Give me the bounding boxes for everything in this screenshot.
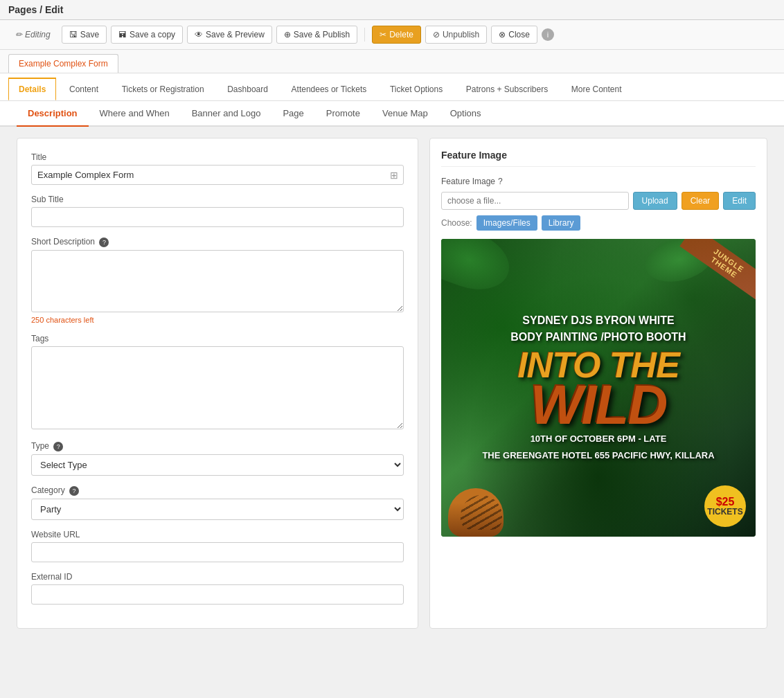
tab-more-content[interactable]: More Content — [561, 78, 632, 100]
tab-details[interactable]: Details — [8, 78, 56, 100]
jungle-title-wild: WILD — [482, 382, 714, 429]
subtitle-input[interactable] — [31, 207, 404, 227]
external-id-label: External ID — [31, 572, 404, 582]
choose-label: Choose: — [441, 218, 472, 228]
tab-patrons[interactable]: Patrons + Subscribers — [456, 78, 558, 100]
edit-button[interactable]: Edit — [723, 192, 756, 210]
upload-button[interactable]: Upload — [633, 192, 677, 210]
breadcrumb-edit: Edit — [45, 4, 63, 15]
jungle-djs-line2: BODY PAINTING /PHOTO BOOTH — [482, 330, 714, 345]
jungle-date-line2: THE GREENGATE HOTEL 655 PACIFIC HWY, KIL… — [482, 449, 714, 462]
char-count: 250 characters left — [31, 316, 404, 324]
type-label: Type ? — [31, 441, 404, 451]
title-group: Title ⊞ — [31, 152, 404, 185]
feature-image-label: Feature Image ? — [441, 177, 756, 186]
ticket-price: $25 — [716, 496, 735, 508]
tiger-shape — [448, 488, 504, 537]
file-input[interactable] — [441, 192, 629, 210]
feature-image-help-icon[interactable]: ? — [498, 177, 503, 186]
short-desc-label: Short Description ? — [31, 237, 404, 247]
tab-tickets[interactable]: Tickets or Registration — [112, 78, 215, 100]
category-group: Category ? Party Concert Festival Sport … — [31, 485, 404, 520]
external-id-group: External ID — [31, 572, 404, 605]
library-button[interactable]: Library — [542, 215, 581, 231]
category-help-icon[interactable]: ? — [69, 486, 79, 496]
subtitle-label: Sub Title — [31, 195, 404, 204]
subtab-options[interactable]: Options — [439, 101, 492, 127]
feature-image-display: JUNGLE THEME SYDNEY DJS BYRON WHITE BODY… — [441, 239, 756, 537]
title-input-wrapper: ⊞ — [31, 165, 404, 185]
close-button[interactable]: ⊗ Close — [491, 26, 537, 44]
tab-content[interactable]: Content — [59, 78, 109, 100]
title-edit-icon: ⊞ — [390, 170, 398, 181]
clear-button[interactable]: Clear — [681, 192, 720, 210]
subtab-promote[interactable]: Promote — [315, 101, 371, 127]
tab-attendees[interactable]: Attendees or Tickets — [281, 78, 377, 100]
description-form-panel: Title ⊞ Sub Title Short Description ? 25… — [17, 138, 418, 629]
save-copy-button[interactable]: 🖬 Save a copy — [111, 26, 183, 44]
breadcrumb-separator: / — [39, 4, 45, 15]
feature-image-panel: Feature Image Feature Image ? Upload Cle… — [429, 138, 767, 629]
jungle-djs-line1: SYDNEY DJS BYRON WHITE — [482, 314, 714, 328]
subtab-banner-logo[interactable]: Banner and Logo — [181, 101, 272, 127]
save-preview-button[interactable]: 👁 Save & Preview — [187, 26, 272, 44]
breadcrumb-pages[interactable]: Pages — [8, 4, 37, 15]
subtab-venue-map[interactable]: Venue Map — [371, 101, 439, 127]
toolbar-separator — [364, 28, 365, 42]
type-help-icon[interactable]: ? — [53, 442, 63, 451]
title-label: Title — [31, 152, 404, 162]
feature-image-panel-title: Feature Image — [441, 150, 756, 167]
external-id-input[interactable] — [31, 584, 404, 605]
toolbar: ✏ Editing 🖫 Save 🖬 Save a copy 👁 Save & … — [0, 20, 784, 50]
type-group: Type ? Select Type Event Concert Festiva… — [31, 441, 404, 476]
jungle-content: SYDNEY DJS BYRON WHITE BODY PAINTING /PH… — [468, 300, 728, 476]
jungle-date-line1: 10TH OF OCTOBER 6PM - LATE — [482, 433, 714, 445]
tab-ticket-options[interactable]: Ticket Options — [380, 78, 453, 100]
subtab-page[interactable]: Page — [271, 101, 314, 127]
subtab-where-when[interactable]: Where and When — [89, 101, 181, 127]
tiger-stripes — [461, 495, 502, 530]
category-label: Category ? — [31, 485, 404, 496]
short-desc-help-icon[interactable]: ? — [99, 238, 109, 247]
short-desc-textarea[interactable] — [31, 250, 404, 312]
editing-status: ✏ Editing — [8, 26, 57, 43]
website-url-label: Website URL — [31, 530, 404, 539]
type-select[interactable]: Select Type Event Concert Festival Confe… — [31, 454, 404, 476]
website-url-group: Website URL — [31, 530, 404, 562]
main-tab-bar: Details Content Tickets or Registration … — [0, 73, 784, 101]
save-button[interactable]: 🖫 Save — [62, 26, 107, 44]
website-url-input[interactable] — [31, 542, 404, 562]
subtab-description[interactable]: Description — [17, 101, 89, 127]
subtitle-group: Sub Title — [31, 195, 404, 227]
form-name-tab[interactable]: Example Complex Form — [8, 54, 118, 73]
delete-button[interactable]: ✂ Delete — [372, 26, 421, 44]
tags-group: Tags — [31, 334, 404, 431]
short-desc-group: Short Description ? 250 characters left — [31, 237, 404, 324]
category-select[interactable]: Party Concert Festival Sport Other — [31, 499, 404, 520]
tags-label: Tags — [31, 334, 404, 343]
ticket-label: TICKETS — [707, 508, 742, 517]
unpublish-button[interactable]: ⊘ Unpublish — [425, 26, 487, 44]
upload-row: Upload Clear Edit — [441, 192, 756, 210]
tags-textarea[interactable] — [31, 346, 404, 429]
choose-row: Choose: Images/Files Library — [441, 215, 756, 231]
breadcrumb: Pages / Edit — [0, 0, 784, 20]
tab-dashboard[interactable]: Dashboard — [217, 78, 278, 100]
main-content: Title ⊞ Sub Title Short Description ? 25… — [0, 127, 784, 640]
jungle-image: JUNGLE THEME SYDNEY DJS BYRON WHITE BODY… — [441, 239, 756, 537]
sub-tab-bar: Description Where and When Banner and Lo… — [0, 101, 784, 127]
images-files-button[interactable]: Images/Files — [476, 215, 537, 231]
save-publish-button[interactable]: ⊕ Save & Publish — [276, 26, 357, 44]
info-icon[interactable]: i — [542, 28, 554, 41]
title-input[interactable] — [31, 165, 404, 185]
jungle-tickets-badge: $25 TICKETS — [704, 485, 746, 527]
